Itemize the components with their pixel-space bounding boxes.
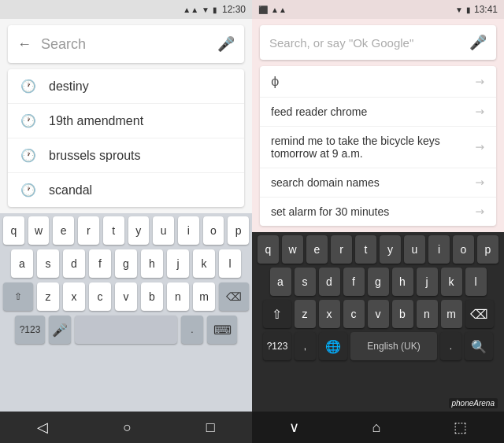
key-h[interactable]: h <box>392 268 413 296</box>
list-item[interactable]: set alarm for 30 minutes ↗ <box>260 198 496 226</box>
key-v[interactable]: v <box>115 282 137 311</box>
key-g[interactable]: g <box>115 249 137 278</box>
key-t[interactable]: t <box>355 235 376 264</box>
delete-key[interactable]: ⌫ <box>465 300 494 328</box>
key-m[interactable]: m <box>441 300 462 328</box>
key-w[interactable]: w <box>28 216 50 245</box>
key-c[interactable]: c <box>343 300 365 328</box>
key-f[interactable]: f <box>89 249 111 278</box>
left-time: 12:30 <box>222 4 246 15</box>
shift-key[interactable]: ⇧ <box>263 300 291 328</box>
back-nav-button[interactable]: ∨ <box>289 419 299 436</box>
key-h[interactable]: h <box>141 249 163 278</box>
list-item[interactable]: 🕐 brussels sprouts <box>8 138 244 173</box>
key-x[interactable]: x <box>319 300 340 328</box>
back-button[interactable]: ← <box>17 36 32 53</box>
space-key[interactable]: English (UK) <box>350 332 437 360</box>
key-n[interactable]: n <box>167 282 189 311</box>
key-a[interactable]: a <box>270 268 291 296</box>
key-l[interactable]: l <box>219 249 241 278</box>
keyboard-row-3: ⇧ z x c v b n m ⌫ <box>3 282 249 311</box>
recent-nav-button[interactable]: ⬚ <box>454 419 467 436</box>
key-a[interactable]: a <box>11 249 33 278</box>
left-status-bar: ▲▲ ▼ ▮ 12:30 <box>0 0 252 19</box>
period-key[interactable]: . <box>181 316 203 344</box>
right-search-bar[interactable]: Search, or say "Ok Google" 🎤 <box>260 25 496 60</box>
key-u[interactable]: u <box>404 235 425 264</box>
right-nav-bar: ∨ ⌂ ⬚ <box>252 412 504 443</box>
list-item[interactable]: 🕐 19th amendment <box>8 104 244 138</box>
key-d[interactable]: d <box>63 249 85 278</box>
key-d[interactable]: d <box>319 268 340 296</box>
key-p[interactable]: p <box>477 235 498 264</box>
key-u[interactable]: u <box>153 216 174 245</box>
recent-nav-button[interactable]: □ <box>206 419 215 436</box>
key-r[interactable]: r <box>78 216 99 245</box>
key-f[interactable]: f <box>343 268 365 296</box>
key-z[interactable]: z <box>295 300 316 328</box>
period-key[interactable]: . <box>440 332 461 360</box>
key-o[interactable]: o <box>453 235 474 264</box>
key-s[interactable]: s <box>295 268 316 296</box>
key-q[interactable]: q <box>3 216 24 245</box>
key-j[interactable]: j <box>167 249 189 278</box>
key-k[interactable]: k <box>193 249 215 278</box>
globe-key[interactable]: 🌐 <box>319 332 347 360</box>
key-k[interactable]: k <box>441 268 462 296</box>
key-i[interactable]: i <box>178 216 199 245</box>
left-search-placeholder[interactable]: Search <box>41 36 217 53</box>
search-key[interactable]: 🔍 <box>465 332 493 360</box>
key-b[interactable]: b <box>141 282 163 311</box>
keyboard-icon-key[interactable]: ⌨ <box>207 316 237 344</box>
list-item[interactable]: 🕐 destiny <box>8 69 244 104</box>
right-mic-button[interactable]: 🎤 <box>469 34 487 51</box>
key-c[interactable]: c <box>89 282 111 311</box>
clock-icon: 🕐 <box>20 113 36 128</box>
right-status-bar: ⬛ ▲▲ ▼ ▮ 13:41 <box>252 0 504 19</box>
dark-keyboard-row-2: a s d f g h j k l <box>254 268 502 296</box>
key-r[interactable]: r <box>331 235 352 264</box>
watermark: phoneArena <box>449 398 498 408</box>
key-y[interactable]: y <box>380 235 401 264</box>
keyboard-bottom-row: ?123 🎤 . ⌨ <box>3 316 249 344</box>
home-nav-button[interactable]: ⌂ <box>372 419 381 436</box>
list-item[interactable]: remind me to take the bicycle keys tomor… <box>260 127 496 168</box>
space-key[interactable] <box>75 316 177 344</box>
list-item[interactable]: search domain names ↗ <box>260 168 496 198</box>
key-w[interactable]: w <box>282 235 303 264</box>
key-y[interactable]: y <box>128 216 150 245</box>
key-v[interactable]: v <box>368 300 389 328</box>
key-l[interactable]: l <box>465 268 487 296</box>
key-p[interactable]: p <box>228 216 249 245</box>
home-nav-button[interactable]: ○ <box>123 419 132 436</box>
left-nav-bar: ◁ ○ □ <box>0 412 252 443</box>
list-item[interactable]: ϕ ↗ <box>260 66 496 98</box>
list-item[interactable]: feed reader chrome ↗ <box>260 98 496 127</box>
key-s[interactable]: s <box>37 249 59 278</box>
comma-key[interactable]: , <box>295 332 316 360</box>
key-o[interactable]: o <box>203 216 224 245</box>
key-e[interactable]: e <box>53 216 74 245</box>
key-t[interactable]: t <box>103 216 124 245</box>
shift-key[interactable]: ⇧ <box>3 282 33 311</box>
key-i[interactable]: i <box>428 235 450 264</box>
key-e[interactable]: e <box>306 235 328 264</box>
chromecast-icon: ⬛ <box>258 6 268 14</box>
n123-key[interactable]: ?123 <box>263 332 291 360</box>
key-m[interactable]: m <box>193 282 215 311</box>
key-b[interactable]: b <box>392 300 413 328</box>
key-j[interactable]: j <box>417 268 438 296</box>
key-z[interactable]: z <box>37 282 59 311</box>
key-x[interactable]: x <box>63 282 85 311</box>
key-n[interactable]: n <box>417 300 438 328</box>
back-nav-button[interactable]: ◁ <box>37 419 48 436</box>
suggestion-text: 19th amendment <box>49 114 143 128</box>
key-g[interactable]: g <box>368 268 389 296</box>
left-mic-button[interactable]: 🎤 <box>217 35 235 53</box>
list-item[interactable]: 🕐 scandal <box>8 173 244 207</box>
n123-key[interactable]: ?123 <box>15 316 45 344</box>
right-search-placeholder[interactable]: Search, or say "Ok Google" <box>269 36 469 50</box>
key-q[interactable]: q <box>258 235 279 264</box>
mic-key[interactable]: 🎤 <box>49 316 71 344</box>
delete-key[interactable]: ⌫ <box>219 282 249 311</box>
